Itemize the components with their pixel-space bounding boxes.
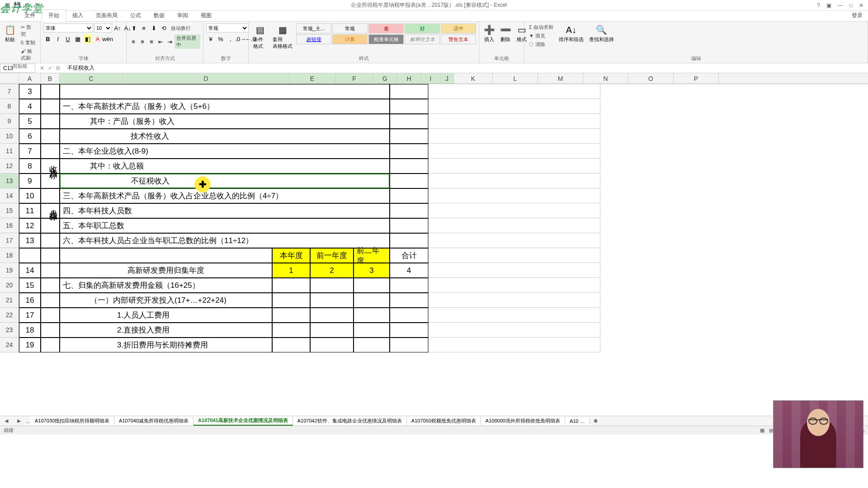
sheet-tab-1[interactable]: A107030抵扣应纳税所得额明细表	[30, 417, 114, 425]
row-head[interactable]: 22	[0, 308, 19, 323]
border-icon[interactable]: ▦	[73, 34, 82, 43]
row-head[interactable]: 13	[0, 174, 19, 188]
col-head-b[interactable]: B	[41, 73, 60, 84]
cell[interactable]	[272, 278, 310, 293]
cell[interactable]: 9	[19, 174, 41, 188]
cell[interactable]: 17	[19, 308, 41, 323]
cell[interactable]	[60, 248, 272, 263]
cell[interactable]	[19, 248, 41, 263]
row-head[interactable]: 18	[0, 248, 19, 263]
cell[interactable]: 14	[19, 263, 41, 278]
cell[interactable]: 七、归集的高新研发费用金额（16+25）	[60, 278, 272, 293]
style-neutral[interactable]: 适中	[441, 23, 476, 33]
style-warn[interactable]: 警告文本	[441, 34, 476, 44]
cell[interactable]	[41, 308, 60, 323]
style-check[interactable]: 检查单元格	[368, 34, 404, 44]
cell[interactable]: 四、本年科技人员数	[60, 203, 390, 218]
row-head[interactable]: 24	[0, 338, 19, 352]
cell[interactable]	[429, 129, 600, 144]
tab-home[interactable]: 开始	[42, 9, 66, 22]
cell[interactable]: 6	[19, 129, 41, 144]
tab-login[interactable]: 登录	[845, 10, 868, 21]
cell[interactable]: 15	[19, 278, 41, 293]
cell[interactable]: 二、本年企业总收入(8-9)	[60, 144, 390, 159]
sheet-tab-5[interactable]: A107050税额抵免优惠明细表	[407, 417, 481, 425]
italic-icon[interactable]: I	[53, 34, 62, 43]
align-left-icon[interactable]: ≡	[129, 37, 137, 46]
clear-button[interactable]: ◇ 清除	[527, 41, 555, 48]
col-head-d[interactable]: D	[123, 73, 289, 84]
cell[interactable]	[429, 84, 600, 99]
select-all-corner[interactable]	[0, 73, 19, 84]
sheet-nav-next[interactable]: ▶	[13, 418, 25, 424]
tab-insert[interactable]: 插入	[66, 10, 90, 21]
format-painter-button[interactable]: 🖌 格式刷	[19, 47, 38, 62]
cell[interactable]: 8	[19, 159, 41, 174]
indent-dec-icon[interactable]: ⇤	[156, 37, 165, 46]
currency-icon[interactable]: ¥	[206, 34, 215, 43]
cell[interactable]	[429, 99, 600, 114]
comma-icon[interactable]: ,	[226, 34, 235, 43]
sheet-tab-2[interactable]: A107040减免所得税优惠明细表	[114, 417, 193, 425]
copy-button[interactable]: ⎘ 复制	[19, 39, 38, 47]
row-head[interactable]: 9	[0, 114, 19, 129]
col-head-n[interactable]: N	[583, 73, 628, 84]
cell[interactable]: 高新研发费用归集年度	[60, 263, 272, 278]
ribbon-toggle-icon[interactable]: ▣	[826, 2, 831, 9]
cell[interactable]	[310, 293, 354, 308]
col-head-h[interactable]: H	[397, 73, 421, 84]
view-normal-icon[interactable]: ▦	[760, 427, 764, 433]
cut-button[interactable]: ✂ 剪切	[19, 23, 38, 38]
increase-font-icon[interactable]: A↑	[113, 23, 122, 33]
cell[interactable]	[390, 114, 429, 129]
cell[interactable]: 前二年度	[354, 248, 390, 263]
cell[interactable]: 16	[19, 293, 41, 308]
col-head-a[interactable]: A	[19, 73, 41, 84]
cell[interactable]: 13	[19, 233, 41, 248]
col-head-j[interactable]: J	[440, 73, 454, 84]
cell[interactable]	[41, 263, 60, 278]
cell[interactable]	[41, 114, 60, 129]
tab-formulas[interactable]: 公式	[124, 10, 147, 21]
tab-layout[interactable]: 页面布局	[90, 10, 124, 21]
cell[interactable]: 合计	[390, 248, 429, 263]
cell[interactable]	[429, 308, 600, 323]
row-head[interactable]: 17	[0, 233, 19, 248]
align-right-icon[interactable]: ≡	[147, 37, 156, 46]
col-head-i[interactable]: I	[421, 73, 440, 84]
cell[interactable]	[429, 159, 600, 174]
cell[interactable]	[429, 174, 600, 188]
cancel-formula-icon[interactable]: ✕	[40, 65, 44, 71]
delete-cells-button[interactable]: ➖删除	[498, 23, 513, 44]
tab-view[interactable]: 视图	[194, 10, 218, 21]
cell[interactable]	[429, 114, 600, 129]
sheet-nav-prev[interactable]: ◀	[0, 418, 13, 424]
cell[interactable]: 4	[390, 263, 429, 278]
cell[interactable]: 7	[19, 144, 41, 159]
cell[interactable]	[41, 129, 60, 144]
cell[interactable]	[354, 338, 390, 352]
row-head[interactable]: 20	[0, 278, 19, 293]
align-top-icon[interactable]: ⬆	[129, 23, 138, 33]
close-icon[interactable]: ✕	[859, 2, 863, 9]
sheet-tab-7[interactable]: A10 …	[565, 418, 590, 425]
fill-color-icon[interactable]: ◧	[83, 34, 92, 43]
cell[interactable]	[41, 233, 60, 248]
cell[interactable]	[429, 338, 600, 352]
number-format-select[interactable]: 常规	[206, 23, 249, 33]
cell[interactable]	[429, 233, 600, 248]
cell[interactable]: 1	[272, 263, 310, 278]
row-head[interactable]: 16	[0, 218, 19, 233]
cell[interactable]	[354, 278, 390, 293]
find-select-button[interactable]: 🔍查找和选择	[587, 23, 616, 44]
row-head[interactable]: 15	[0, 203, 19, 218]
cell[interactable]	[310, 278, 354, 293]
redo-icon[interactable]: ↷	[33, 2, 41, 9]
font-size-select[interactable]: 10	[94, 23, 112, 33]
cell[interactable]	[390, 188, 429, 203]
cell[interactable]	[41, 144, 60, 159]
cell[interactable]	[272, 338, 310, 352]
decimal-inc-icon[interactable]: .0→	[236, 34, 245, 43]
align-center-icon[interactable]: ≡	[138, 37, 146, 46]
cell[interactable]	[429, 278, 600, 293]
